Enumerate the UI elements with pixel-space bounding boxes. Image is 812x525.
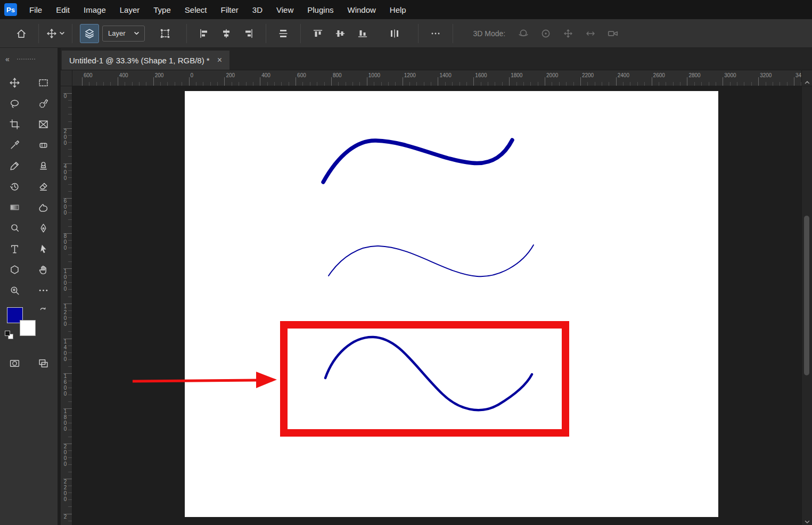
menu-item[interactable]: Filter — [214, 0, 245, 19]
vertical-ruler[interactable]: 0200400600800100012001400160018002000220… — [61, 86, 72, 525]
gradient-tool[interactable] — [0, 197, 29, 218]
shape-tool[interactable] — [0, 259, 29, 280]
edit-toolbar-button[interactable] — [29, 280, 58, 301]
3d-dolly-button[interactable] — [603, 24, 622, 43]
ruler-label: 2800 — [688, 72, 700, 78]
current-tool-indicator[interactable] — [46, 28, 64, 39]
home-button[interactable] — [12, 24, 31, 43]
ruler-label: 2200 — [62, 479, 68, 502]
quick-mask-button[interactable] — [0, 353, 29, 374]
canvas-viewport[interactable] — [72, 86, 801, 525]
show-transform-controls-button[interactable] — [155, 24, 175, 43]
brush-tool[interactable] — [0, 155, 29, 176]
distribute-vertical-centers-button[interactable] — [274, 24, 293, 43]
menu-item[interactable]: 3D — [245, 0, 269, 19]
ruler-label: 1600 — [475, 72, 487, 78]
align-left-edges-button[interactable] — [194, 24, 214, 43]
more-options-icon — [430, 28, 441, 39]
ruler-label: 2 — [62, 514, 68, 520]
horizontal-ruler[interactable]: 6004002000200400600800100012001400160018… — [72, 70, 801, 86]
type-tool[interactable] — [0, 239, 29, 259]
auto-select-target-dropdown[interactable]: Layer — [102, 26, 145, 42]
3d-orbit-icon — [518, 28, 529, 39]
menu-item[interactable]: Help — [383, 0, 413, 19]
home-icon — [15, 28, 27, 39]
smudge-tool[interactable] — [29, 197, 58, 218]
eyedropper-tool-icon — [9, 140, 20, 151]
divider — [300, 24, 301, 43]
hand-tool[interactable] — [29, 259, 58, 280]
ruler-label: 1000 — [62, 268, 68, 292]
menu-item[interactable]: Window — [340, 0, 382, 19]
collapse-panel-button[interactable]: « — [5, 55, 10, 63]
3d-orbit-button[interactable] — [514, 24, 533, 43]
panel-grip[interactable] — [17, 59, 35, 60]
dodge-tool[interactable] — [0, 218, 29, 239]
scrollbar-thumb[interactable] — [804, 216, 809, 375]
menu-item[interactable]: View — [269, 0, 300, 19]
ruler-label: 400 — [261, 72, 270, 78]
eraser-tool[interactable] — [29, 176, 58, 197]
move-tool-icon — [9, 77, 20, 88]
ruler-label: 200 — [155, 72, 164, 78]
align-left-edges-icon — [199, 28, 209, 39]
menu-item[interactable]: Image — [77, 0, 113, 19]
menu-item[interactable]: File — [22, 0, 49, 19]
menu-item[interactable]: Select — [178, 0, 214, 19]
ruler-label: 600 — [84, 72, 93, 78]
default-foreground-swatch — [5, 331, 10, 336]
align-right-edges-button[interactable] — [239, 24, 258, 43]
lasso-tool[interactable] — [0, 93, 29, 114]
toolbar-bottom-icons — [0, 353, 58, 374]
more-alignment-options-button[interactable] — [426, 24, 445, 43]
frame-tool-icon — [38, 119, 49, 130]
distribute-horizontal-centers-button[interactable] — [385, 24, 404, 43]
menu-item[interactable]: Plugins — [300, 0, 340, 19]
workspace: « — [0, 48, 812, 525]
3d-pan-button[interactable] — [559, 24, 578, 43]
history-brush-tool[interactable] — [0, 176, 29, 197]
ruler-label: 1400 — [440, 72, 452, 78]
align-horizontal-centers-button[interactable] — [217, 24, 236, 43]
background-color-swatch[interactable] — [20, 320, 36, 336]
pen-tool[interactable] — [29, 218, 58, 239]
screen-mode-button[interactable] — [29, 353, 58, 374]
frame-tool[interactable] — [29, 114, 58, 135]
3d-roll-button[interactable] — [536, 24, 555, 43]
ruler-label: 800 — [333, 72, 342, 78]
healing-brush-tool[interactable] — [29, 135, 58, 155]
clone-stamp-tool[interactable] — [29, 155, 58, 176]
ruler-label: 1000 — [368, 72, 380, 78]
move-tool[interactable] — [0, 72, 29, 93]
lasso-tool-icon — [9, 98, 20, 109]
eyedropper-tool[interactable] — [0, 135, 29, 155]
chevron-down-icon — [60, 31, 64, 36]
quick-selection-tool[interactable] — [29, 93, 58, 114]
options-bar: Layer — [0, 19, 812, 48]
crop-tool[interactable] — [0, 114, 29, 135]
3d-slide-button[interactable] — [581, 24, 600, 43]
history-brush-tool-icon — [9, 181, 20, 192]
vertical-scrollbar[interactable] — [801, 86, 812, 525]
annotation-arrow-line — [133, 380, 258, 381]
close-icon[interactable]: × — [217, 55, 222, 65]
menu-item[interactable]: Layer — [113, 0, 147, 19]
rectangular-marquee-tool[interactable] — [29, 72, 58, 93]
document-area: Untitled-1 @ 33.3% (Shape 1, RGB/8) * × … — [61, 48, 812, 525]
auto-select-button[interactable] — [80, 24, 99, 43]
menu-item[interactable]: Type — [146, 0, 178, 19]
zoom-tool[interactable] — [0, 280, 29, 301]
align-vertical-centers-button[interactable] — [331, 24, 350, 43]
path-selection-tool[interactable] — [29, 239, 58, 259]
document-canvas[interactable] — [185, 91, 718, 517]
align-bottom-edges-button[interactable] — [353, 24, 372, 43]
quick-selection-tool-icon — [38, 98, 49, 109]
swap-colors-button[interactable] — [39, 306, 46, 313]
document-tab[interactable]: Untitled-1 @ 33.3% (Shape 1, RGB/8) * × — [62, 51, 229, 70]
menu-item[interactable]: Edit — [49, 0, 77, 19]
default-colors-button[interactable] — [5, 331, 14, 340]
scrollbar-down-button[interactable] — [802, 520, 812, 524]
align-top-edges-button[interactable] — [308, 24, 327, 43]
pen-tool-icon — [38, 223, 49, 234]
scrollbar-up-button[interactable] — [801, 70, 812, 86]
